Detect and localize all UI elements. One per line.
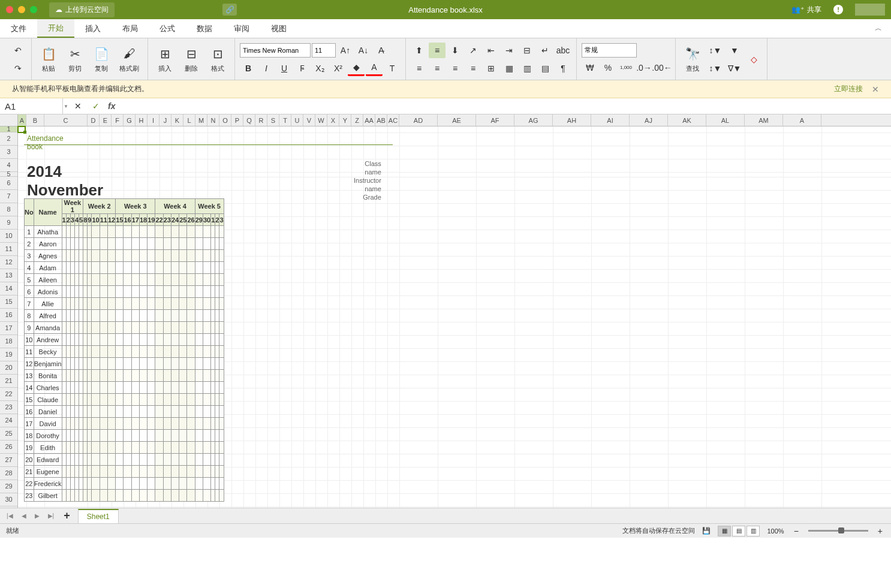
attendance-cell[interactable] (107, 418, 115, 430)
attendance-cell[interactable] (74, 478, 79, 490)
attendance-cell[interactable] (100, 274, 107, 286)
attendance-cell[interactable] (62, 262, 66, 274)
attendance-cell[interactable] (155, 394, 163, 406)
attendance-cell[interactable] (100, 322, 107, 334)
attendance-cell[interactable] (116, 238, 124, 250)
attendance-cell[interactable] (215, 226, 219, 238)
window-maximize[interactable] (30, 6, 37, 13)
attendance-cell[interactable] (215, 442, 219, 454)
attendance-cell[interactable] (148, 382, 155, 394)
attendance-cell[interactable] (83, 310, 88, 322)
attendance-cell[interactable] (88, 442, 92, 454)
attendance-cell[interactable] (187, 382, 195, 394)
attendance-cell[interactable] (179, 238, 187, 250)
attendance-cell[interactable] (83, 274, 88, 286)
attendance-cell[interactable] (187, 370, 195, 382)
attendance-cell[interactable] (116, 394, 124, 406)
attendance-cell[interactable] (131, 286, 139, 298)
attendance-cell[interactable] (215, 430, 219, 442)
tab-prev-button[interactable]: ◀ (20, 512, 28, 519)
row-header-8[interactable]: 8 (0, 203, 17, 216)
italic-button[interactable]: I (258, 61, 275, 76)
attendance-cell[interactable] (124, 442, 131, 454)
attendance-cell[interactable] (171, 346, 179, 358)
attendance-cell[interactable] (74, 226, 79, 238)
attendance-cell[interactable] (131, 478, 139, 490)
attendance-cell[interactable] (187, 478, 195, 490)
attendance-cell[interactable] (155, 466, 163, 478)
attendance-cell[interactable] (163, 286, 171, 298)
attendance-cell[interactable] (107, 310, 115, 322)
attendance-cell[interactable] (211, 274, 215, 286)
attendance-cell[interactable] (211, 370, 215, 382)
attendance-cell[interactable] (139, 490, 147, 502)
attendance-cell[interactable] (66, 382, 70, 394)
window-close[interactable] (6, 6, 13, 13)
attendance-cell[interactable] (79, 358, 83, 370)
align-middle-button[interactable]: ≡ (429, 43, 446, 58)
attendance-cell[interactable] (100, 454, 107, 466)
attendance-cell[interactable] (124, 226, 131, 238)
menu-布局[interactable]: 布局 (112, 19, 149, 38)
attendance-cell[interactable] (195, 406, 203, 418)
attendance-cell[interactable] (62, 430, 66, 442)
col-header-J[interactable]: J (159, 114, 171, 126)
col-header-AE[interactable]: AE (438, 114, 476, 126)
menu-开始[interactable]: 开始 (37, 19, 74, 38)
attendance-cell[interactable] (215, 310, 219, 322)
attendance-cell[interactable] (74, 418, 79, 430)
attendance-cell[interactable] (148, 358, 155, 370)
cut-button[interactable]: ✂ 剪切 (63, 43, 87, 76)
accept-formula-button[interactable]: ✓ (87, 101, 105, 111)
attendance-cell[interactable] (124, 238, 131, 250)
attendance-cell[interactable] (139, 454, 147, 466)
attendance-cell[interactable] (211, 262, 215, 274)
attendance-cell[interactable] (155, 478, 163, 490)
border-button[interactable]: T (384, 61, 401, 76)
attendance-cell[interactable] (124, 250, 131, 262)
attendance-cell[interactable] (66, 490, 70, 502)
attendance-cell[interactable] (79, 418, 83, 430)
select-all-corner[interactable] (0, 114, 18, 126)
attendance-cell[interactable] (88, 406, 92, 418)
attendance-cell[interactable] (171, 334, 179, 346)
attendance-cell[interactable] (79, 490, 83, 502)
attendance-cell[interactable] (116, 478, 124, 490)
attendance-cell[interactable] (74, 442, 79, 454)
attendance-cell[interactable] (148, 466, 155, 478)
attendance-cell[interactable] (83, 466, 88, 478)
attendance-cell[interactable] (88, 334, 92, 346)
row-header-29[interactable]: 29 (0, 480, 17, 493)
attendance-cell[interactable] (195, 370, 203, 382)
attendance-cell[interactable] (211, 478, 215, 490)
attendance-cell[interactable] (92, 418, 100, 430)
attendance-cell[interactable] (211, 238, 215, 250)
attendance-cell[interactable] (211, 418, 215, 430)
attendance-cell[interactable] (74, 382, 79, 394)
attendance-cell[interactable] (116, 250, 124, 262)
attendance-cell[interactable] (163, 274, 171, 286)
row-header-9[interactable]: 9 (0, 216, 17, 230)
attendance-cell[interactable] (70, 430, 74, 442)
attendance-cell[interactable] (219, 322, 224, 334)
attendance-cell[interactable] (219, 274, 224, 286)
attendance-cell[interactable] (139, 286, 147, 298)
attendance-cell[interactable] (107, 406, 115, 418)
zoom-in-button[interactable]: + (875, 526, 885, 536)
attendance-cell[interactable] (88, 262, 92, 274)
redo-button[interactable]: ↷ (10, 61, 26, 76)
attendance-cell[interactable] (116, 274, 124, 286)
attendance-cell[interactable] (179, 346, 187, 358)
attendance-cell[interactable] (116, 466, 124, 478)
attendance-cell[interactable] (215, 490, 219, 502)
attendance-cell[interactable] (139, 358, 147, 370)
attendance-cell[interactable] (187, 430, 195, 442)
attendance-cell[interactable] (203, 238, 210, 250)
attendance-cell[interactable] (163, 262, 171, 274)
attendance-cell[interactable] (79, 478, 83, 490)
attendance-cell[interactable] (88, 226, 92, 238)
attendance-cell[interactable] (74, 334, 79, 346)
attendance-cell[interactable] (100, 394, 107, 406)
col-header-AI[interactable]: AI (591, 114, 630, 126)
attendance-cell[interactable] (107, 454, 115, 466)
